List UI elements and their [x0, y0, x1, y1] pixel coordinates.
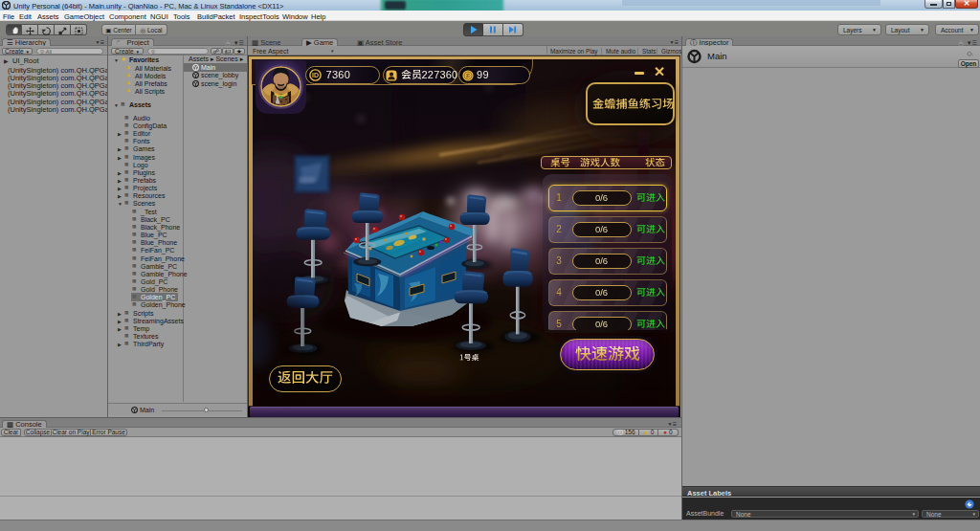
svg-text:ID: ID — [312, 72, 319, 78]
